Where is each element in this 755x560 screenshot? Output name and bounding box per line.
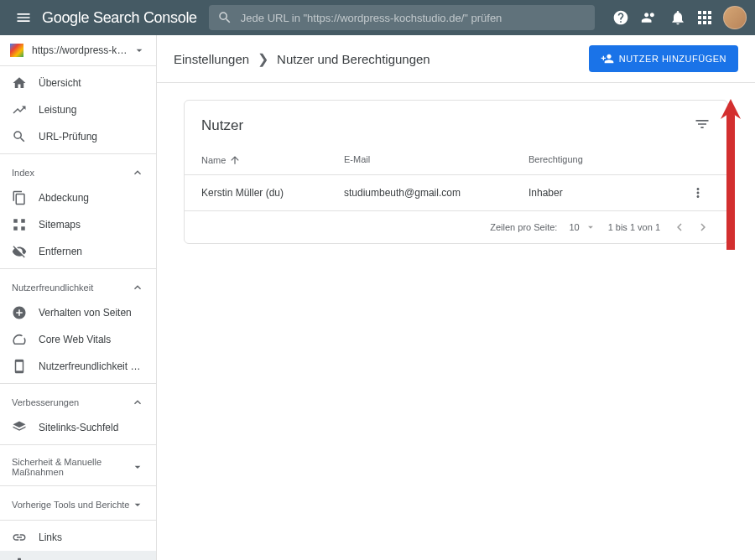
chevron-right-icon: ❯: [258, 51, 268, 67]
trend-icon: [12, 102, 27, 117]
avatar[interactable]: [723, 6, 747, 29]
copy-icon: [12, 190, 27, 205]
nav-einstellungen[interactable]: Einstellungen: [0, 551, 156, 560]
smartphone-icon: [12, 359, 27, 374]
nav-url-pruefung[interactable]: URL-Prüfung: [0, 123, 156, 150]
users-card: Nutzer Name E-Mail Berechtigung Kerstin …: [184, 100, 728, 244]
crumb-einstellungen[interactable]: Einstellungen: [174, 52, 249, 66]
row-email: studiumbeuth@gmail.com: [344, 187, 528, 199]
nav-section-sicherheit: Sicherheit & Manuelle Maßnahmen: [0, 445, 156, 486]
nav-section-vorherige: Vorherige Tools und Berichte: [0, 486, 156, 521]
account-manage-button[interactable]: [641, 9, 658, 26]
nav-heading-nutzerfreundlichkeit[interactable]: Nutzerfreundlichkeit: [0, 272, 156, 299]
nav-mobile[interactable]: Nutzerfreundlichkeit auf Mobil...: [0, 353, 156, 380]
col-header-name[interactable]: Name: [201, 154, 344, 166]
col-header-email[interactable]: E-Mail: [344, 154, 528, 166]
nav-entfernen[interactable]: Entfernen: [0, 238, 156, 265]
property-label: https://wordpress-kochstudi...: [32, 44, 133, 56]
notifications-button[interactable]: [669, 9, 686, 26]
nav-verhalten[interactable]: Verhalten von Seiten: [0, 299, 156, 326]
bell-icon: [669, 9, 686, 26]
speed-icon: [12, 332, 27, 347]
rows-per-page-label: Zeilen pro Seite:: [490, 222, 557, 232]
page-nav: [672, 220, 711, 235]
property-icon: [10, 44, 23, 57]
table-footer: Zeilen pro Seite: 10 1 bis 1 von 1: [185, 210, 727, 243]
col-header-perm[interactable]: Berechtigung: [528, 154, 685, 166]
search-icon: [217, 10, 232, 25]
search-icon: [12, 129, 27, 144]
nav-section-index: Index Abdeckung Sitemaps Entfernen: [0, 154, 156, 269]
plus-circle-icon: [12, 305, 27, 320]
layers-icon: [12, 420, 27, 435]
row-name: Kerstin Müller (du): [201, 187, 344, 199]
crumb-nutzer: Nutzer und Berechtigungen: [277, 52, 430, 66]
chevron-down-icon: [131, 498, 144, 511]
home-icon: [12, 75, 27, 91]
page-range: 1 bis 1 von 1: [608, 222, 660, 232]
url-search-bar[interactable]: [209, 5, 595, 30]
sitemap-icon: [12, 217, 27, 232]
nav-leistung[interactable]: Leistung: [0, 96, 156, 123]
chevron-up-icon: [131, 281, 144, 294]
nav-uebersicht[interactable]: Übersicht: [0, 70, 156, 96]
dropdown-icon: [585, 221, 596, 233]
row-more-button[interactable]: [685, 185, 711, 200]
gear-icon: [12, 557, 27, 560]
table-header: Name E-Mail Berechtigung: [185, 146, 727, 174]
nav-links[interactable]: Links: [0, 524, 156, 551]
help-button[interactable]: [612, 9, 629, 26]
header-actions: [612, 6, 747, 29]
breadcrumb-bar: Einstellungen ❯ Nutzer und Berechtigunge…: [157, 35, 755, 83]
nav-heading-sicherheit[interactable]: Sicherheit & Manuelle Maßnahmen: [0, 449, 156, 482]
nav-section-footer: Links Einstellungen Feedback geben: [0, 521, 156, 560]
dropdown-icon: [133, 44, 146, 57]
table-row: Kerstin Müller (du) studiumbeuth@gmail.c…: [185, 174, 727, 210]
link-icon: [12, 530, 27, 545]
chevron-right-icon[interactable]: [695, 220, 711, 235]
sidebar: https://wordpress-kochstudi... Übersicht…: [0, 35, 157, 560]
logo-prefix: Google: [42, 9, 89, 26]
add-user-label: NUTZER HINZUFÜGEN: [619, 54, 726, 64]
card-header: Nutzer: [185, 101, 727, 146]
more-vert-icon: [690, 185, 706, 200]
person-add-icon: [601, 52, 614, 65]
nav-sitemaps[interactable]: Sitemaps: [0, 211, 156, 238]
hamburger-icon: [15, 9, 32, 26]
body: https://wordpress-kochstudi... Übersicht…: [0, 35, 755, 560]
nav-heading-index[interactable]: Index: [0, 158, 156, 184]
app-header: Google Search Console: [0, 0, 755, 35]
menu-button[interactable]: [8, 3, 39, 33]
apps-button[interactable]: [698, 11, 711, 24]
nav-sitelinks[interactable]: Sitelinks-Suchfeld: [0, 414, 156, 441]
chevron-up-icon: [131, 166, 144, 179]
nav-section-verbesserungen: Verbesserungen Sitelinks-Suchfeld: [0, 384, 156, 445]
filter-icon: [694, 116, 711, 132]
chevron-left-icon[interactable]: [672, 220, 687, 235]
app-logo: Google Search Console: [42, 9, 197, 27]
rows-per-page-select[interactable]: 10: [569, 221, 596, 233]
row-perm: Inhaber: [528, 187, 685, 199]
content: Nutzer Name E-Mail Berechtigung Kerstin …: [157, 83, 755, 261]
nav-section-main: Übersicht Leistung URL-Prüfung: [0, 66, 156, 154]
logo-suffix: Search Console: [93, 9, 197, 26]
nav-heading-verbesserungen[interactable]: Verbesserungen: [0, 387, 156, 414]
people-icon: [641, 9, 658, 26]
apps-icon: [698, 11, 711, 24]
chevron-down-icon: [131, 460, 144, 474]
visibility-off-icon: [12, 244, 27, 259]
arrow-up-icon: [229, 154, 241, 166]
nav-section-nutzerfreundlichkeit: Nutzerfreundlichkeit Verhalten von Seite…: [0, 269, 156, 384]
property-selector[interactable]: https://wordpress-kochstudi...: [0, 35, 156, 66]
search-input[interactable]: [241, 12, 586, 24]
nav-abdeckung[interactable]: Abdeckung: [0, 184, 156, 211]
nav-heading-vorherige[interactable]: Vorherige Tools und Berichte: [0, 490, 156, 516]
main: Einstellungen ❯ Nutzer und Berechtigunge…: [157, 35, 755, 560]
add-user-button[interactable]: NUTZER HINZUFÜGEN: [589, 45, 738, 72]
filter-button[interactable]: [694, 116, 711, 136]
help-icon: [612, 9, 629, 26]
nav-core-web-vitals[interactable]: Core Web Vitals: [0, 326, 156, 353]
card-title: Nutzer: [201, 117, 694, 134]
chevron-up-icon: [131, 396, 144, 409]
